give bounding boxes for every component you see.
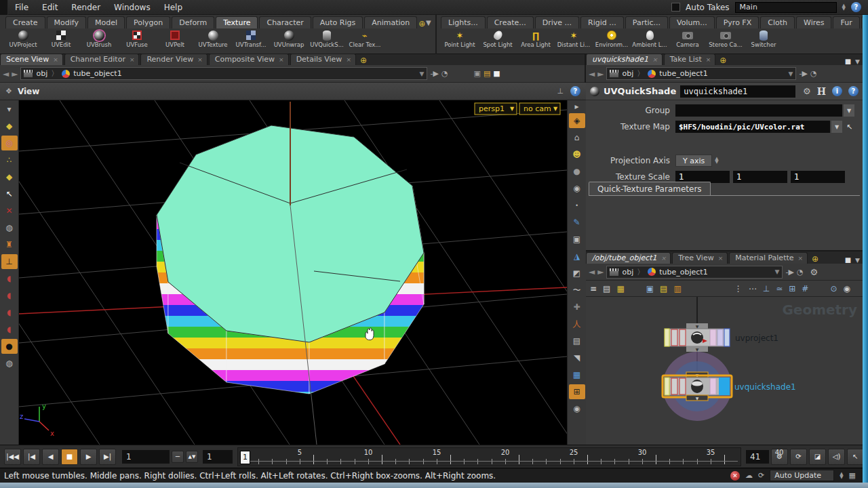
maximize-pane-icon[interactable]: ■: [845, 58, 851, 65]
shade-sphere-icon[interactable]: ●: [1, 339, 18, 354]
snap-grid-icon[interactable]: ⊞: [789, 284, 795, 293]
new-tab-icon[interactable]: ⊕: [719, 56, 726, 65]
pin-icon[interactable]: -▶: [785, 268, 793, 277]
recent-icon[interactable]: ◔: [797, 268, 804, 277]
tab-composite-view[interactable]: Composite View×: [209, 54, 289, 65]
shelf-tab-character[interactable]: Character: [259, 16, 311, 28]
pen-icon[interactable]: ✎: [569, 215, 585, 230]
tool-uvtexture[interactable]: UVTexture: [195, 30, 231, 54]
playbar-options-button[interactable]: ◪: [809, 449, 826, 465]
node-layout-icon[interactable]: ▣: [646, 284, 654, 293]
point-marker-icon[interactable]: •: [569, 198, 585, 213]
comment-icon[interactable]: ◥: [569, 350, 585, 365]
tab-material-palette[interactable]: Material Palette×: [729, 252, 808, 264]
chevron-down-icon[interactable]: ▼: [775, 268, 780, 275]
shelf-tab-particles[interactable]: Partic...: [625, 16, 668, 28]
shelf-tab-animation[interactable]: Animation: [364, 16, 417, 28]
shelf-tab-texture[interactable]: Texture: [216, 16, 258, 28]
texture-scale-y[interactable]: 1: [733, 171, 787, 183]
close-icon[interactable]: ×: [652, 56, 658, 63]
tool-uvpelt[interactable]: UVPelt: [157, 30, 193, 54]
white-panel-icon[interactable]: ■: [493, 69, 500, 78]
tab-take-list[interactable]: Take List×: [664, 54, 716, 65]
tab-uvquickshade1[interactable]: uvquickshade1×: [586, 54, 663, 65]
keyframe-button[interactable]: ↖: [847, 449, 864, 465]
shelf-tab-model[interactable]: Model: [87, 16, 125, 28]
texture-map-dropdown-icon[interactable]: ▼: [831, 121, 842, 133]
snap-point-icon[interactable]: ◖: [1, 305, 18, 320]
jump-begin-button[interactable]: |◀◀: [4, 449, 21, 465]
color-palette-icon[interactable]: ▦: [616, 284, 624, 293]
group-dropdown-icon[interactable]: ▼: [844, 104, 854, 117]
breadcrumb[interactable]: obj 〉 tube_object1 ▼: [606, 266, 783, 279]
lasso-tool-icon[interactable]: ◆: [1, 119, 18, 134]
decrement-button[interactable]: −: [172, 451, 184, 463]
no-cam-menu[interactable]: no cam ▼: [519, 103, 560, 115]
new-tab-icon[interactable]: ⊕: [812, 254, 818, 264]
pose-tool-icon[interactable]: ♜: [1, 237, 18, 252]
help-icon[interactable]: ?: [851, 2, 861, 12]
maximize-pane-icon[interactable]: ■: [845, 256, 851, 264]
close-icon[interactable]: ×: [279, 56, 284, 63]
menu-help[interactable]: Help: [157, 3, 189, 12]
view-tool-icon[interactable]: ❖: [5, 87, 12, 96]
memory-icon[interactable]: ☁: [745, 471, 753, 480]
list-view-icon[interactable]: ≡: [590, 284, 597, 293]
tool-switcher[interactable]: Switcher: [746, 30, 781, 54]
shelf-tab-create2[interactable]: Create...: [487, 16, 534, 28]
menu-edit[interactable]: Edit: [35, 3, 64, 12]
tool-point-light[interactable]: ✶Point Light: [442, 30, 477, 54]
shelf-tab-volumes[interactable]: Volum...: [669, 16, 715, 28]
tool-uvproject[interactable]: UVProject: [5, 30, 41, 54]
chevron-down-icon[interactable]: ▼: [789, 70, 793, 77]
new-tab-icon[interactable]: ⊕: [360, 56, 367, 65]
error-icon[interactable]: ✕: [730, 471, 740, 481]
file-chooser-icon[interactable]: ↖: [846, 123, 852, 131]
panel-view-icon[interactable]: ▤: [603, 284, 610, 293]
layers-icon[interactable]: ▤: [484, 69, 490, 78]
particles-tool-icon[interactable]: ∴: [1, 152, 18, 167]
network-box-icon[interactable]: ▥: [673, 284, 681, 293]
back-icon[interactable]: ◄: [589, 267, 595, 277]
cache-manager-icon[interactable]: ▦: [849, 471, 856, 480]
tool-chooser-icon[interactable]: ▾: [1, 102, 18, 117]
close-icon[interactable]: ×: [661, 255, 667, 262]
close-icon[interactable]: ×: [130, 56, 135, 63]
loop-mode-button[interactable]: ⟳: [790, 449, 807, 465]
grid-icon[interactable]: #: [802, 284, 808, 293]
shelf-tab-fur[interactable]: Fur: [833, 16, 859, 28]
snap-magnet-icon[interactable]: ◖: [1, 322, 18, 337]
shelf-tab-deform[interactable]: Deform: [172, 16, 214, 28]
forward-icon[interactable]: ►: [12, 69, 18, 79]
align-left-icon[interactable]: ⊥: [763, 284, 770, 293]
gear-icon[interactable]: ⚙: [810, 267, 818, 277]
update-mode-select[interactable]: Auto Update: [770, 470, 834, 481]
building-icon[interactable]: ▤: [569, 333, 585, 348]
view-mode-icon[interactable]: ◎: [1, 136, 18, 150]
network-canvas[interactable]: Geometry ▼: [586, 297, 863, 446]
shape-icon[interactable]: ◩: [569, 266, 585, 281]
shelf-tab-drive[interactable]: Drive ...: [535, 16, 579, 28]
tool-stereo-camera[interactable]: Stereo Ca...: [708, 30, 743, 54]
tool-environment-light[interactable]: Environm...: [594, 30, 629, 54]
tool-uvedit[interactable]: UVEdit: [43, 30, 79, 54]
projection-axis-spinner[interactable]: ▲▼: [715, 157, 718, 164]
shelf-tab-pyro[interactable]: Pyro FX: [716, 16, 760, 28]
tool-uvfuse[interactable]: UVFuse: [119, 30, 155, 54]
shelf-tab-modify[interactable]: Modify: [47, 16, 86, 28]
tool-uvquickshade[interactable]: UVQuickS...: [309, 30, 344, 54]
tool-area-light[interactable]: ∏Area Light: [518, 30, 553, 54]
flag-icon[interactable]: ◮: [569, 249, 585, 264]
tool-distant-light[interactable]: ✶Distant Li...: [556, 30, 591, 54]
tool-uvtransform[interactable]: UVTransf...: [233, 30, 269, 54]
back-icon[interactable]: ◄: [3, 69, 9, 79]
shelf-tab-lights[interactable]: Lights...: [441, 16, 486, 28]
pin-icon[interactable]: -▶: [430, 69, 438, 78]
sticky-note-icon[interactable]: ▤: [660, 284, 667, 293]
tab-obj-tube-object1[interactable]: /obj/tube_object1×: [586, 252, 671, 264]
visibility-eye-icon[interactable]: ◉: [843, 284, 850, 293]
chevron-down-icon[interactable]: ▼: [420, 70, 425, 77]
align-horizontal-icon[interactable]: ≃: [776, 284, 783, 293]
forward-icon[interactable]: ►: [597, 267, 604, 277]
tool-clear-texture[interactable]: ⌁Clear Tex...: [347, 30, 382, 54]
